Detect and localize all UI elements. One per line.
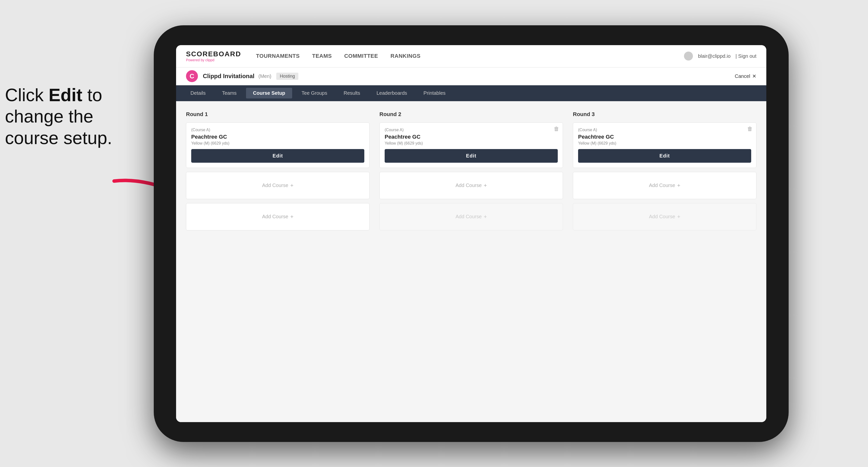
user-avatar	[684, 52, 693, 61]
cancel-label: Cancel	[735, 73, 750, 79]
logo-area: SCOREBOARD Powered by clippd	[186, 50, 241, 62]
round-1-add-course-2[interactable]: Add Course +	[186, 203, 370, 230]
nav-teams[interactable]: TEAMS	[312, 53, 332, 59]
nav-tournaments[interactable]: TOURNAMENTS	[256, 53, 300, 59]
nav-right: blair@clippd.io | Sign out	[684, 52, 756, 61]
tablet-screen: SCOREBOARD Powered by clippd TOURNAMENTS…	[176, 45, 766, 422]
nav-links: TOURNAMENTS TEAMS COMMITTEE RANKINGS	[256, 53, 684, 59]
round-3-add-course-2: Add Course +	[573, 203, 756, 230]
round-1-course-details: Yellow (M) (6629 yds)	[191, 141, 364, 146]
round-2-edit-button[interactable]: Edit	[385, 149, 558, 163]
round-3-column: Round 3 🗑 (Course A) Peachtree GC Yellow…	[573, 111, 756, 412]
round-2-course-label: (Course A)	[385, 128, 558, 132]
round-1-edit-button[interactable]: Edit	[191, 149, 364, 163]
user-email: blair@clippd.io	[698, 53, 731, 59]
round-1-header: Round 1	[186, 111, 370, 118]
hosting-badge: Hosting	[276, 73, 298, 80]
round-3-add-course-1[interactable]: Add Course +	[573, 172, 756, 199]
round-3-course-card: 🗑 (Course A) Peachtree GC Yellow (M) (66…	[573, 123, 756, 168]
top-nav: SCOREBOARD Powered by clippd TOURNAMENTS…	[176, 45, 766, 67]
add-plus-icon-2: +	[290, 214, 293, 220]
tournament-name: Clippd Invitational	[203, 73, 254, 80]
round-1-add-course-1[interactable]: Add Course +	[186, 172, 370, 199]
round-2-add-course-text-1: Add Course	[456, 183, 482, 188]
round-3-add-course-text-2: Add Course	[649, 214, 675, 219]
rounds-grid: Round 1 (Course A) Peachtree GC Yellow (…	[186, 111, 756, 412]
round-2-delete-icon[interactable]: 🗑	[554, 126, 559, 132]
add-course-text-1: Add Course	[262, 183, 288, 188]
round-2-add-plus-1: +	[484, 182, 487, 189]
tab-tee-groups[interactable]: Tee Groups	[294, 88, 334, 98]
add-course-text-2: Add Course	[262, 214, 288, 219]
round-1-column: Round 1 (Course A) Peachtree GC Yellow (…	[186, 111, 370, 412]
tab-bar: Details Teams Course Setup Tee Groups Re…	[176, 85, 766, 101]
tab-course-setup[interactable]: Course Setup	[246, 88, 292, 98]
round-2-course-details: Yellow (M) (6629 yds)	[385, 141, 558, 146]
nav-committee[interactable]: COMMITTEE	[344, 53, 378, 59]
tournament-header: C Clippd Invitational (Men) Hosting Canc…	[176, 67, 766, 85]
add-plus-icon-1: +	[290, 182, 293, 189]
main-content: Round 1 (Course A) Peachtree GC Yellow (…	[176, 101, 766, 422]
round-1-course-label: (Course A)	[191, 128, 364, 132]
round-2-course-card: 🗑 (Course A) Peachtree GC Yellow (M) (66…	[379, 123, 563, 168]
tab-printables[interactable]: Printables	[416, 88, 453, 98]
sign-out-link[interactable]: | Sign out	[736, 53, 756, 59]
tab-results[interactable]: Results	[337, 88, 367, 98]
round-3-add-plus-1: +	[677, 182, 680, 189]
round-1-course-card: (Course A) Peachtree GC Yellow (M) (6629…	[186, 123, 370, 168]
round-3-course-name: Peachtree GC	[578, 134, 751, 140]
round-2-add-course-text-2: Add Course	[456, 214, 482, 219]
round-3-delete-icon[interactable]: 🗑	[747, 126, 753, 132]
edit-bold: Edit	[49, 85, 82, 105]
round-3-course-details: Yellow (M) (6629 yds)	[578, 141, 751, 146]
tab-teams[interactable]: Teams	[215, 88, 244, 98]
round-2-add-course-1[interactable]: Add Course +	[379, 172, 563, 199]
round-3-add-plus-2: +	[677, 214, 680, 220]
tab-leaderboards[interactable]: Leaderboards	[370, 88, 414, 98]
round-3-edit-button[interactable]: Edit	[578, 149, 751, 163]
round-3-header: Round 3	[573, 111, 756, 118]
tablet-device: SCOREBOARD Powered by clippd TOURNAMENTS…	[154, 25, 788, 442]
tournament-logo: C	[186, 70, 198, 82]
nav-rankings[interactable]: RANKINGS	[390, 53, 421, 59]
round-3-add-course-text-1: Add Course	[649, 183, 675, 188]
tournament-gender: (Men)	[258, 73, 271, 79]
round-2-header: Round 2	[379, 111, 563, 118]
tab-details[interactable]: Details	[184, 88, 213, 98]
logo-sub: Powered by clippd	[186, 58, 241, 62]
round-1-course-name: Peachtree GC	[191, 134, 364, 140]
cancel-icon: ✕	[752, 73, 756, 79]
round-3-course-label: (Course A)	[578, 128, 751, 132]
round-2-add-course-2: Add Course +	[379, 203, 563, 230]
logo-scoreboard: SCOREBOARD	[186, 50, 241, 58]
round-2-add-plus-2: +	[484, 214, 487, 220]
cancel-button[interactable]: Cancel ✕	[735, 73, 756, 79]
round-2-course-name: Peachtree GC	[385, 134, 558, 140]
instruction-text: Click Edit tochange thecourse setup.	[5, 84, 144, 149]
round-2-column: Round 2 🗑 (Course A) Peachtree GC Yellow…	[379, 111, 563, 412]
